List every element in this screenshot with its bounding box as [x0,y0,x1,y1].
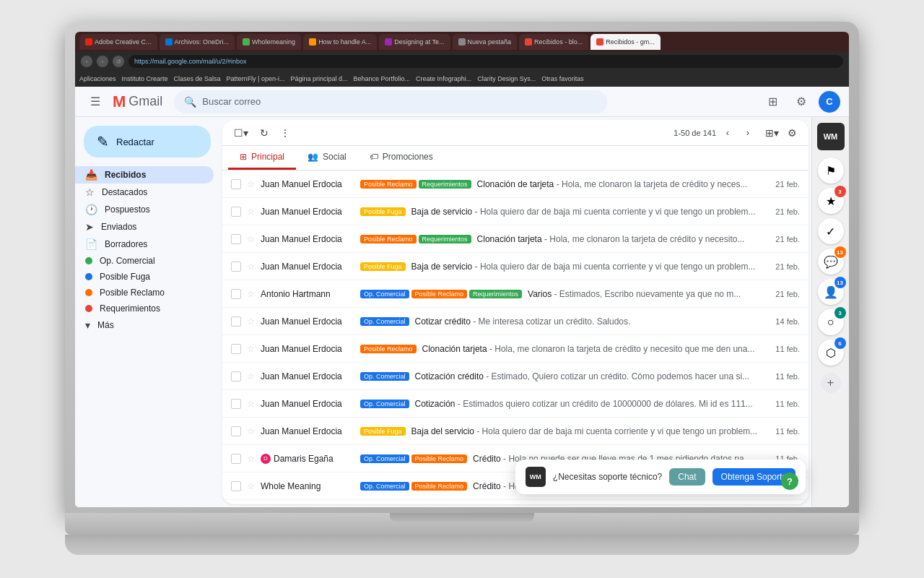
settings-icon[interactable]: ⚙ [790,90,813,113]
email-checkbox[interactable] [231,426,241,436]
wm-logo[interactable]: WM [817,123,845,150]
email-checkbox[interactable] [231,179,241,189]
email-row[interactable]: ☆José Miguel TóbarRequerimientos¿Qué nec… [222,500,808,504]
chrome-tab-1[interactable]: Adobe Creative C... [79,34,157,50]
email-checkbox[interactable] [231,454,241,464]
bookmark-others[interactable]: Otras favoritas [541,75,584,82]
email-row[interactable]: ☆Juan Manuel ErdociaPosible ReclamoClona… [222,335,808,363]
sidebar-item-posible-fuga[interactable]: Posible Fuga [75,269,214,285]
email-checkbox[interactable] [231,316,241,327]
help-button[interactable]: ? [781,473,798,490]
next-page-button[interactable]: › [739,124,757,142]
chrome-tab-8[interactable]: Recibidos - gm... [590,34,661,50]
email-checkbox[interactable] [231,262,241,272]
refresh-button[interactable]: ↺ [113,56,124,67]
bookmarks-bar: Aplicaciones Instituto Crearte Clases de… [75,71,849,87]
view-toggle-icon[interactable]: ⊞▾ [762,124,782,142]
bookmark-2[interactable]: Instituto Crearte [122,75,168,82]
chat-button[interactable]: Chat [669,468,705,486]
wm-add-button[interactable]: + [821,373,841,393]
email-star[interactable]: ☆ [247,344,255,354]
email-star[interactable]: ☆ [247,207,255,217]
email-row[interactable]: ☆Juan Manuel ErdociaOp. ComercialCotizar… [222,308,808,335]
email-tag: Posible Fuga [360,262,406,271]
email-row[interactable]: ☆Juan Manuel ErdociaPosible FugaBaja de … [222,198,808,225]
email-checkbox[interactable] [231,289,241,299]
sidebar-item-mas[interactable]: ▾ Más [75,316,214,334]
bookmark-6[interactable]: Behance Portfolio... [354,75,411,82]
email-row[interactable]: ☆Antonio HartmannOp. ComercialPosible Re… [222,280,808,308]
email-star[interactable]: ☆ [247,426,255,436]
sidebar-item-op-comercial[interactable]: Op. Comercial [75,253,214,269]
email-star[interactable]: ☆ [247,316,255,327]
bookmark-4[interactable]: PatternFly | open-i... [227,75,285,82]
tab-icon-1 [85,38,92,46]
apps-icon[interactable]: ⊞ [761,90,784,113]
wm-check-button[interactable]: ✓ [818,218,844,244]
email-star[interactable]: ☆ [247,399,255,409]
chrome-tab-5[interactable]: Designing at Te... [379,34,450,50]
bookmark-5[interactable]: Página principal d... [290,75,347,82]
bookmark-7[interactable]: Create Infographi... [416,75,471,82]
chrome-tab-3[interactable]: Wholemeaning [237,34,301,50]
email-row[interactable]: ☆Juan Manuel ErdociaPosible ReclamoReque… [222,225,808,253]
sidebar-item-destacados[interactable]: ☆ Destacados [75,184,214,201]
sidebar-item-borradores[interactable]: 📄 Borradores [75,236,214,253]
email-checkbox[interactable] [231,344,241,354]
email-star[interactable]: ☆ [247,234,255,244]
sidebar-item-requerimientos[interactable]: Requerimientos [75,301,214,316]
wm-hexagon-button[interactable]: ⬡ 6 [818,340,844,366]
tab-promociones[interactable]: 🏷 Promociones [358,146,445,170]
bookmark-1[interactable]: Aplicaciones [79,75,116,82]
bookmark-3[interactable]: Clases de Salsa [174,75,221,82]
email-row[interactable]: ☆Juan Manuel ErdociaPosible FugaBaja de … [222,253,808,280]
chrome-tab-4[interactable]: How to handle A... [303,34,377,50]
email-star[interactable]: ☆ [247,262,255,272]
sidebar-item-enviados[interactable]: ➤ Enviados [75,218,214,236]
email-date: 21 feb. [767,207,800,216]
user-avatar[interactable]: C [819,91,840,113]
chrome-tab-2[interactable]: Archivos: OneDri... [160,34,235,50]
wm-flag-button[interactable]: ⚑ [818,158,844,184]
email-checkbox[interactable] [231,207,241,217]
email-star[interactable]: ☆ [247,289,255,299]
settings-small-icon[interactable]: ⚙ [785,124,800,142]
sidebar-item-recibidos[interactable]: 📥 Recibidos [75,166,214,184]
email-row[interactable]: ☆Juan Manuel ErdociaOp. ComercialCotizac… [222,363,808,390]
compose-button[interactable]: ✎ Redactar [84,126,211,158]
email-star[interactable]: ☆ [247,454,255,464]
forward-button[interactable]: › [97,56,108,67]
email-checkbox[interactable] [231,234,241,244]
bookmark-8[interactable]: Clarity Design Sys... [477,75,536,82]
chrome-tab-6[interactable]: Nueva pestaña [453,34,518,50]
more-actions-icon[interactable]: ⋮ [277,124,293,142]
email-star[interactable]: ☆ [247,179,255,189]
menu-icon[interactable]: ☰ [84,90,107,113]
gmail-search-box[interactable]: 🔍 Buscar correo [174,90,607,113]
tab-principal[interactable]: ⊞ Principal [228,146,296,170]
tab-social[interactable]: 👥 Social [296,146,358,170]
email-tag: Requerimientos [419,180,471,189]
refresh-emails-icon[interactable]: ↻ [257,124,271,142]
search-icon: 🔍 [184,96,196,108]
url-input[interactable]: https://mail.google.com/mail/u/2/#inbox [128,55,843,68]
email-checkbox[interactable] [231,481,241,491]
wm-circle-button[interactable]: ○ 3 [818,309,844,335]
sidebar-item-posible-reclamo[interactable]: Posible Reclamo [75,285,214,301]
email-row[interactable]: ☆Juan Manuel ErdociaOp. ComercialCotizac… [222,390,808,418]
email-star[interactable]: ☆ [247,481,255,491]
email-row[interactable]: ☆Juan Manuel ErdociaPosible ReclamoReque… [222,171,808,198]
back-button[interactable]: ‹ [81,56,92,67]
chrome-tab-7[interactable]: Recibidos - blo... [519,34,588,50]
wm-person-button[interactable]: 👤 13 [818,279,844,305]
email-star[interactable]: ☆ [247,371,255,381]
checkbox-all-icon[interactable]: ☐▾ [231,124,251,142]
wm-chat-button[interactable]: 💬 13 [818,249,844,275]
email-checkbox[interactable] [231,371,241,381]
email-row[interactable]: ☆Juan Manuel ErdociaPosible FugaBaja del… [222,418,808,445]
sidebar-item-pospuestos[interactable]: 🕐 Pospuestos [75,201,214,218]
prev-page-button[interactable]: ‹ [719,124,736,142]
email-tag: Op. Comercial [360,454,409,463]
wm-star-button[interactable]: ★ 3 [818,188,844,214]
email-checkbox[interactable] [231,399,241,409]
